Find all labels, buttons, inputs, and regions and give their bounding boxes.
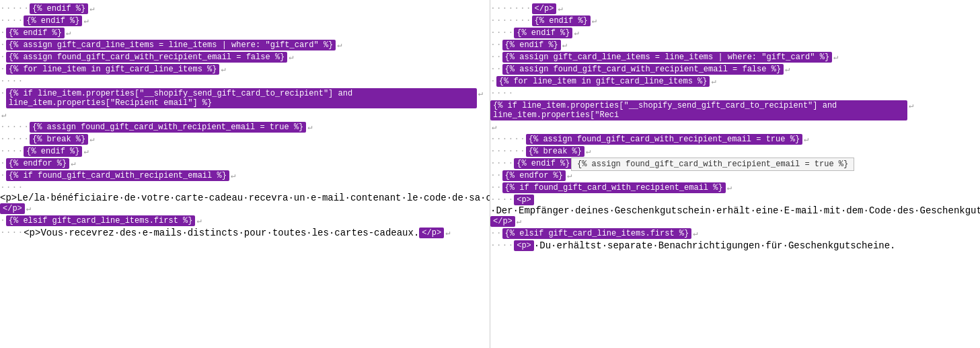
indent-dots: ····: [0, 228, 24, 238]
indent-dots: ······: [490, 134, 526, 144]
editor-container: ····· {% endif %} ↵ ···· {% endif %} ↵ ·…: [0, 0, 980, 348]
liquid-tag: {% endfor %}: [502, 170, 566, 181]
line-10: ····· {% assign found_gift_card_with_rec…: [0, 121, 490, 133]
indent-dots: ·: [0, 170, 6, 180]
line-1: ····· {% endif %} ↵: [0, 3, 490, 15]
liquid-tag: {% assign gift_card_line_items = line_it…: [6, 40, 336, 50]
line-15: ···· <p>Le/la·bénéficiaire·de·votre·cart…: [0, 182, 490, 215]
liquid-tag: {% for line_item in gift_card_line_items…: [496, 76, 710, 87]
liquid-tag: {% if line_item.properties["__shopify_se…: [490, 100, 907, 120]
indent-dots: ·····: [0, 3, 30, 13]
liquid-tag: {% endif %}: [24, 146, 82, 157]
liquid-tag: </p>: [0, 203, 25, 214]
liquid-tag: {% endif %}: [6, 28, 65, 38]
liquid-tag: {% if found_gift_card_with_recipient_ema…: [6, 170, 229, 181]
indent-dots: ····: [0, 182, 24, 193]
line-r4: ·· {% endif %} ↵: [490, 39, 980, 51]
line-9: ↵: [0, 109, 490, 121]
indent-dots: ·: [0, 52, 6, 62]
html-open-tag: <p>: [514, 240, 534, 251]
line-16: · {% elsif gift_card_line_items.first %}…: [0, 215, 490, 227]
tooltip-text: {% assign found_gift_card_with_recipient…: [577, 160, 848, 169]
line-r1: ······· </p> ↵: [490, 3, 980, 15]
line-2: ···· {% endif %} ↵: [0, 15, 490, 27]
liquid-tag: {% if found_gift_card_with_recipient_ema…: [502, 182, 726, 193]
liquid-tag: {% assign found_gift_card_with_recipient…: [30, 122, 306, 133]
indent-dots: ·: [0, 158, 6, 168]
liquid-tag: {% elsif gift_card_line_items.first %}: [6, 215, 196, 226]
line-r8: ····: [490, 88, 980, 100]
html-content: <p>Le/la·bénéficiaire·de·votre·carte-cad…: [0, 193, 490, 203]
liquid-tag: {% assign found_gift_card_with_recipient…: [6, 52, 287, 63]
line-11: ····· {% break %} ↵: [0, 133, 490, 145]
indent-dots: ·: [0, 215, 6, 225]
indent-dots: ·······: [490, 3, 532, 13]
line-12: ···· {% endif %} ↵: [0, 145, 490, 158]
indent-dots: ··: [490, 182, 502, 193]
line-r6: ·· {% assign found_gift_card_with_recipi…: [490, 63, 980, 75]
indent-dots: ·····: [0, 134, 30, 144]
indent-dots: ·······: [490, 15, 532, 26]
line-r18: ···· <p> ·Du·erhältst·separate·Benachric…: [490, 240, 980, 252]
indent-dots: ··: [490, 64, 502, 74]
liquid-tag: {% elsif gift_card_line_items.first %}: [502, 228, 692, 239]
liquid-tag: {% break %}: [526, 146, 585, 157]
left-pane: ····· {% endif %} ↵ ···· {% endif %} ↵ ·…: [0, 0, 490, 348]
line-r15: ·· {% if found_gift_card_with_recipient_…: [490, 182, 980, 194]
line-14: · {% if found_gift_card_with_recipient_e…: [0, 170, 490, 182]
liquid-tag: </p>: [532, 3, 557, 14]
indent-dots: ·: [0, 28, 6, 38]
liquid-tag: {% for line_item in gift_card_line_items…: [6, 64, 220, 75]
html-content: <p>Vous·recevrez·des·e-mails·distincts·p…: [24, 228, 419, 238]
line-r17: ·· {% elsif gift_card_line_items.first %…: [490, 228, 980, 240]
line-r14: ·· {% endfor %} ↵: [490, 170, 980, 182]
liquid-tag: {% break %}: [30, 134, 88, 145]
html-content: ·Du·erhältst·separate·Benachrichtigungen…: [534, 240, 896, 251]
right-pane: ······· </p> ↵ ······· {% endif %} ↵ ···…: [490, 0, 980, 348]
line-r16: ···· <p> ·Der·Empfänger·deines·Geschenkg…: [490, 194, 980, 228]
line-r11: ······ {% assign found_gift_card_with_re…: [490, 133, 980, 145]
line-17: ···· <p>Vous·recevrez·des·e-mails·distin…: [0, 227, 490, 239]
line-r5: ·· {% assign gift_card_line_items = line…: [490, 51, 980, 63]
indent-dots: ····: [0, 146, 24, 156]
line-r2: ······· {% endif %} ↵: [490, 15, 980, 27]
indent-dots: ····: [0, 15, 24, 26]
line-7: ····: [0, 75, 490, 88]
line-r10: ↵: [490, 121, 980, 133]
tooltip: {% assign found_gift_card_with_recipient…: [571, 158, 854, 171]
line-3: · {% endif %} ↵: [0, 27, 490, 39]
line-r7: · {% for line_item in gift_card_line_ite…: [490, 75, 980, 88]
line-8: · {% if line_item.properties["__shopify_…: [0, 88, 490, 109]
indent-dots: ··: [490, 228, 502, 238]
indent-dots: ······: [490, 146, 526, 156]
liquid-tag: {% assign gift_card_line_items = line_it…: [502, 52, 832, 63]
line-r3: ···· {% endif %} ↵: [490, 27, 980, 39]
indent-dots: ····: [490, 240, 514, 250]
liquid-tag: {% endfor %}: [6, 158, 69, 169]
liquid-tag: {% endif %}: [514, 158, 572, 169]
line-r9: {% if line_item.properties["__shopify_se…: [490, 100, 980, 121]
line-r12: ······ {% break %} ↵ {% assign found_gif…: [490, 145, 980, 158]
indent-dots: ····: [490, 88, 514, 98]
html-open-tag: <p>: [514, 195, 534, 205]
indent-dots: ·: [490, 76, 496, 86]
html-close-tag: </p>: [490, 216, 515, 227]
indent-dots: ·: [0, 88, 6, 98]
indent-dots: ····: [490, 158, 514, 168]
liquid-tag: {% endif %}: [532, 15, 591, 26]
indent-dots: ··: [490, 170, 502, 180]
liquid-tag: {% endif %}: [514, 28, 572, 38]
liquid-tag: </p>: [419, 228, 444, 238]
liquid-tag: {% assign found_gift_card_with_recipient…: [526, 134, 802, 145]
liquid-tag: {% endif %}: [30, 3, 88, 14]
liquid-tag: {% endif %}: [502, 40, 561, 50]
indent-dots: ·: [0, 40, 6, 50]
indent-dots: ·····: [0, 122, 30, 132]
indent-dots: ····: [0, 76, 24, 86]
indent-dots: ··: [490, 52, 502, 62]
liquid-tag: {% endif %}: [24, 15, 82, 26]
line-13: · {% endfor %} ↵: [0, 158, 490, 170]
line-4: · {% assign gift_card_line_items = line_…: [0, 39, 490, 51]
line-6: · {% for line_item in gift_card_line_ite…: [0, 63, 490, 75]
liquid-tag: {% assign found_gift_card_with_recipient…: [502, 64, 784, 75]
